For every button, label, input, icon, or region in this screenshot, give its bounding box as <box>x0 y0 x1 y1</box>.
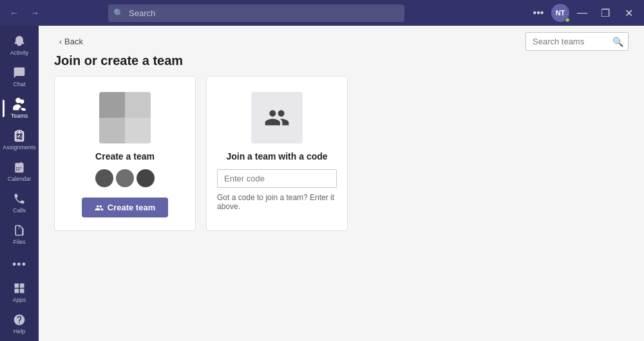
sidebar-item-activity[interactable]: Activity <box>3 31 36 60</box>
sidebar-label-teams: Teams <box>11 113 28 119</box>
back-label: Back <box>64 37 83 46</box>
add-team-icon <box>95 203 104 212</box>
sidebar-item-chat[interactable]: Chat <box>3 62 36 91</box>
sidebar-label-apps: Apps <box>13 297 26 303</box>
chat-icon <box>13 66 26 79</box>
sidebar-item-calendar[interactable]: Calendar <box>3 157 36 186</box>
more-icon: ••• <box>12 258 26 272</box>
titlebar: ← → 🔍 ••• NT — ❐ ✕ <box>0 0 644 26</box>
mosaic-q4 <box>125 118 151 143</box>
avatar[interactable]: NT <box>551 4 569 22</box>
chevron-left-icon: ‹ <box>59 37 62 46</box>
create-team-button[interactable]: Create team <box>82 198 168 217</box>
app-body: Activity Chat Teams Assignments <box>0 26 644 341</box>
files-icon <box>13 224 26 237</box>
mosaic-q1 <box>99 92 125 118</box>
nav-forward-button[interactable]: → <box>26 4 44 22</box>
sidebar-item-apps[interactable]: Apps <box>3 278 36 307</box>
join-team-card: Join a team with a code Got a code to jo… <box>206 76 348 231</box>
sidebar-item-help[interactable]: Help <box>3 309 36 338</box>
page-title: Join or create a team <box>39 51 644 76</box>
avatar-status-dot <box>565 17 570 23</box>
search-teams-input[interactable] <box>526 32 629 51</box>
search-teams-wrap: 🔍 <box>526 32 629 51</box>
sidebar-item-assignments[interactable]: Assignments <box>3 125 36 154</box>
sidebar-label-calls: Calls <box>13 207 26 214</box>
calls-icon <box>13 192 26 205</box>
assignments-icon <box>13 129 26 142</box>
sidebar-item-teams[interactable]: Teams <box>3 94 36 123</box>
sidebar-label-calendar: Calendar <box>8 176 32 182</box>
sidebar-item-calls[interactable]: Calls <box>3 189 36 217</box>
sidebar: Activity Chat Teams Assignments <box>0 26 39 341</box>
help-icon <box>13 313 26 326</box>
restore-button[interactable]: ❐ <box>595 4 616 22</box>
create-team-title: Create a team <box>95 151 155 161</box>
join-team-title: Join a team with a code <box>226 151 327 161</box>
sidebar-item-more[interactable]: ••• <box>3 254 36 275</box>
sidebar-label-files: Files <box>13 239 25 245</box>
avatar-sm-2 <box>116 169 134 187</box>
join-team-icon <box>264 105 290 131</box>
create-team-button-label: Create team <box>108 203 155 212</box>
sidebar-label-assignments: Assignments <box>3 144 36 151</box>
titlebar-right: ••• NT — ❐ ✕ <box>528 4 639 22</box>
bell-icon <box>13 35 26 48</box>
close-button[interactable]: ✕ <box>618 4 639 22</box>
teams-icon <box>13 98 26 111</box>
minimize-button[interactable]: — <box>572 4 592 22</box>
sidebar-label-help: Help <box>14 328 26 335</box>
nav-buttons: ← → <box>5 4 44 22</box>
avatar-group <box>95 169 155 187</box>
create-team-card: Create a team Create team <box>54 76 196 231</box>
enter-code-hint: Got a code to join a team? Enter it abov… <box>217 193 337 211</box>
mosaic-q3 <box>99 118 125 143</box>
avatar-sm-1 <box>95 169 113 187</box>
sidebar-label-chat: Chat <box>13 81 25 88</box>
titlebar-search-area: 🔍 <box>108 5 404 22</box>
more-options-button[interactable]: ••• <box>528 4 549 22</box>
nav-back-button[interactable]: ← <box>5 4 23 22</box>
global-search-input[interactable] <box>108 5 404 22</box>
create-team-icon-container <box>99 92 151 143</box>
enter-code-input[interactable] <box>217 169 337 188</box>
cards-area: Create a team Create team <box>39 76 644 231</box>
sidebar-bottom: ••• Apps Help <box>3 254 36 338</box>
avatar-sm-3 <box>137 169 155 187</box>
calendar-icon <box>13 161 26 174</box>
back-button[interactable]: ‹ Back <box>54 34 88 49</box>
search-wrap: 🔍 <box>108 5 404 22</box>
mosaic-q2 <box>125 92 151 118</box>
join-icon-wrap <box>251 92 303 143</box>
sidebar-label-activity: Activity <box>10 50 29 56</box>
apps-icon <box>13 282 26 295</box>
main-content: ‹ Back 🔍 Join or create a team <box>39 26 644 341</box>
sidebar-item-files[interactable]: Files <box>3 220 36 249</box>
mosaic-icon <box>99 92 151 143</box>
